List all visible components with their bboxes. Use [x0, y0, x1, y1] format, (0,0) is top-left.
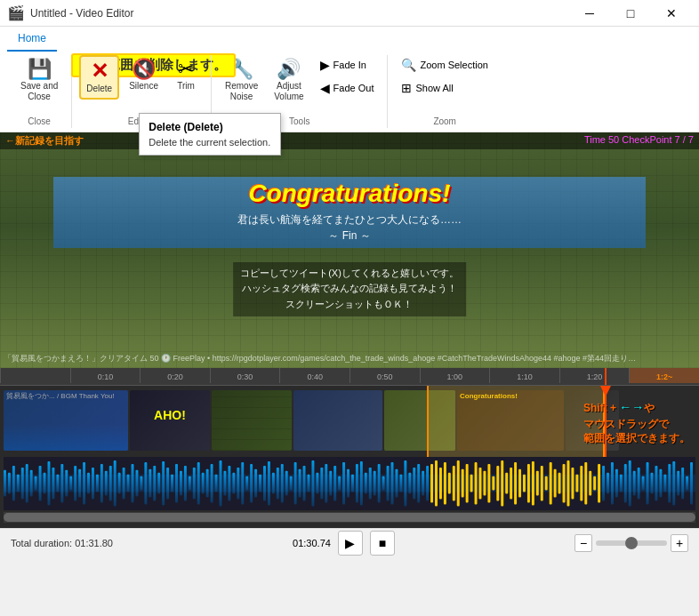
silence-label: Silence: [129, 81, 158, 92]
close-group-label: Close: [28, 116, 51, 128]
video-clip-2[interactable]: AHO!: [130, 390, 210, 451]
fade-buttons: ▶ Fade In ◀ Fade Out: [314, 55, 381, 98]
show-all-icon: ⊞: [401, 81, 412, 95]
adjust-volume-label: AdjustVolume: [274, 81, 303, 102]
svg-rect-110: [483, 471, 486, 496]
svg-rect-136: [598, 464, 600, 503]
shift-annotation: Shift + ←→やマウスドラッグで範囲を選択できます。: [583, 399, 690, 446]
svg-rect-132: [580, 466, 582, 501]
game-title: ←新記録を目指す: [5, 134, 84, 148]
svg-rect-121: [532, 461, 534, 505]
svg-rect-8: [35, 476, 37, 491]
clip-4-bg: [293, 390, 382, 451]
svg-rect-115: [505, 473, 508, 494]
silence-button[interactable]: 🔇 Silence: [123, 55, 165, 96]
svg-rect-74: [325, 464, 327, 503]
svg-rect-129: [566, 460, 569, 506]
play-button[interactable]: ▶: [338, 531, 363, 556]
ribbon-group-zoom: 🔍 Zoom Selection ⊞ Show All Zoom: [388, 55, 501, 128]
scrollbar-thumb[interactable]: [4, 513, 695, 522]
clip-5-bg: [384, 390, 455, 451]
svg-rect-76: [333, 466, 336, 501]
svg-rect-9: [39, 466, 42, 501]
svg-rect-90: [395, 469, 398, 498]
video-clip-3[interactable]: [212, 390, 292, 451]
close-button[interactable]: ✕: [651, 0, 692, 27]
svg-rect-15: [65, 470, 68, 497]
ruler-mark-5: 0:50: [350, 368, 420, 383]
congratulations-area: Congraturations! 君は長い航海を経てまたひとつ大人になる…… ～…: [237, 180, 462, 244]
svg-rect-140: [615, 469, 618, 498]
svg-rect-126: [554, 469, 557, 498]
clip-6-label: Congraturations!: [457, 390, 564, 402]
svg-rect-50: [220, 460, 222, 506]
svg-rect-16: [69, 476, 72, 491]
tools-group-label: Tools: [289, 116, 309, 128]
svg-rect-128: [563, 464, 566, 503]
game-scene: ←新記録を目指す Time 50 CheckPoint 7 / 7 Congra…: [0, 132, 699, 368]
svg-rect-14: [60, 464, 63, 503]
ribbon-content: 選択範囲を削除します。 💾 Save andClose Close ✕ Dele…: [0, 52, 699, 132]
video-clip-5[interactable]: [384, 390, 455, 451]
tooltip-title: Delete (Delete): [149, 121, 271, 133]
svg-rect-64: [281, 464, 284, 503]
fade-in-button[interactable]: ▶ Fade In: [314, 55, 381, 75]
timeline-scrollbar[interactable]: [4, 512, 695, 523]
ribbon-group-close: 💾 Save andClose Close: [7, 55, 72, 128]
total-duration-label: Total duration:: [11, 538, 72, 548]
video-frame: ←新記録を目指す Time 50 CheckPoint 7 / 7 Congra…: [0, 132, 699, 368]
svg-rect-99: [435, 460, 438, 506]
show-all-button[interactable]: ⊞ Show All: [395, 78, 494, 98]
video-track-container[interactable]: 貿易風をつか... / BGM Thank You! AHO! Congratu…: [0, 386, 699, 457]
svg-rect-112: [492, 476, 494, 491]
svg-rect-137: [602, 466, 605, 501]
svg-rect-133: [584, 462, 587, 505]
ribbon: Home 選択範囲を削除します。 💾 Save andClose Close ✕…: [0, 27, 699, 132]
svg-rect-124: [545, 476, 548, 491]
status-duration: Total duration: 01:31.80: [11, 538, 113, 548]
playhead-ruler: [605, 368, 607, 385]
zoom-in-button[interactable]: +: [671, 534, 688, 552]
video-clip-6[interactable]: Congraturations!: [457, 390, 564, 451]
svg-rect-106: [466, 464, 469, 503]
zoom-slider-thumb[interactable]: [625, 537, 638, 549]
zoom-controls: − +: [574, 534, 688, 552]
save-close-button[interactable]: 💾 Save andClose: [14, 55, 64, 107]
svg-rect-21: [92, 468, 94, 500]
zoom-selection-icon: 🔍: [401, 58, 416, 72]
adjust-volume-button[interactable]: 🔊 AdjustVolume: [268, 55, 309, 107]
congrats-sub: 君は長い航海を経てまたひとつ大人になる…… ～ Fin ～: [237, 212, 462, 244]
timeline-area: 0:10 0:20 0:30 0:40 0:50 1:00 1:10 1:20 …: [0, 368, 699, 528]
svg-rect-40: [175, 464, 178, 503]
video-clip-4[interactable]: [293, 390, 382, 451]
svg-rect-54: [237, 468, 239, 500]
zoom-slider[interactable]: [596, 540, 667, 546]
delete-button[interactable]: ✕ Delete: [79, 55, 119, 100]
delete-icon: ✕: [91, 60, 108, 82]
svg-rect-1: [4, 470, 6, 497]
svg-rect-150: [659, 469, 662, 498]
svg-rect-100: [439, 468, 442, 500]
svg-rect-31: [135, 470, 138, 497]
svg-rect-73: [320, 468, 323, 500]
zoom-selection-button[interactable]: 🔍 Zoom Selection: [395, 55, 494, 75]
trim-button[interactable]: ✂ Trim: [168, 55, 204, 96]
minimize-button[interactable]: ─: [569, 0, 610, 27]
svg-rect-35: [153, 466, 156, 501]
maximize-button[interactable]: □: [610, 0, 651, 27]
stop-button[interactable]: ■: [370, 531, 395, 556]
audio-track[interactable]: [4, 457, 695, 510]
tab-home[interactable]: Home: [7, 27, 57, 52]
svg-rect-65: [285, 471, 288, 496]
video-clip-1[interactable]: 貿易風をつか... / BGM Thank You!: [4, 390, 128, 451]
svg-rect-143: [629, 460, 631, 506]
svg-rect-97: [426, 466, 429, 501]
fade-out-button[interactable]: ◀ Fade Out: [314, 78, 381, 98]
tooltip-description: Delete the current selection.: [149, 137, 271, 148]
svg-rect-96: [422, 471, 424, 496]
zoom-out-button[interactable]: −: [574, 534, 592, 552]
svg-rect-20: [87, 473, 90, 494]
svg-rect-34: [149, 469, 151, 498]
svg-rect-57: [250, 464, 253, 503]
svg-rect-6: [26, 464, 28, 503]
